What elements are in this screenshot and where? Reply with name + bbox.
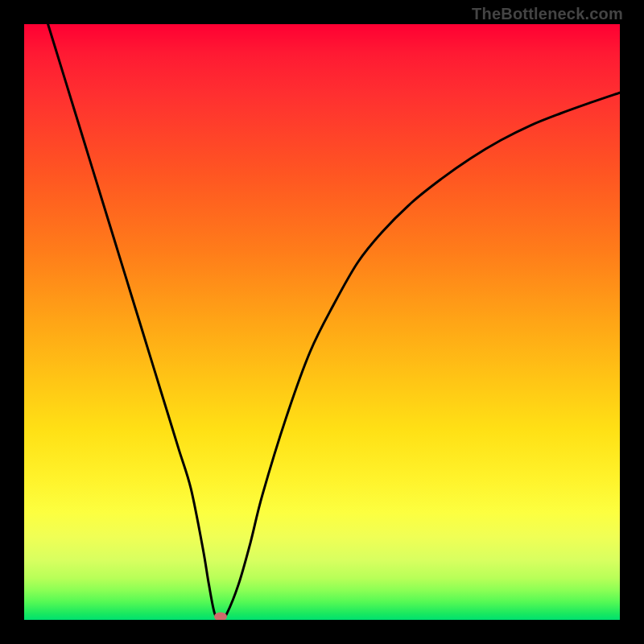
- bottleneck-curve: [24, 24, 620, 620]
- watermark-text: TheBottleneck.com: [472, 5, 623, 23]
- plot-area: [24, 24, 620, 620]
- chart-frame: TheBottleneck.com: [0, 0, 644, 644]
- min-marker: [214, 613, 227, 620]
